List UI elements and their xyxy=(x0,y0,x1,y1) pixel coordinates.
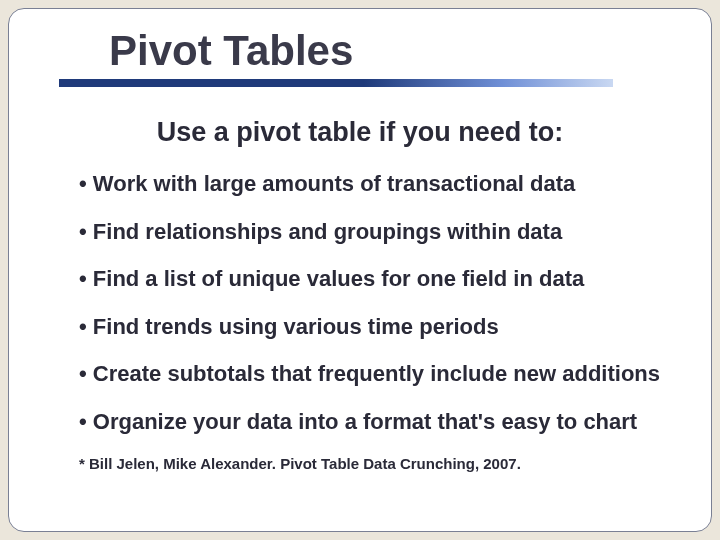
slide-title: Pivot Tables xyxy=(59,27,661,75)
footnote: * Bill Jelen, Mike Alexander. Pivot Tabl… xyxy=(59,455,661,472)
list-item: Organize your data into a format that's … xyxy=(79,408,661,436)
title-underline-bar xyxy=(59,79,613,87)
slide-subtitle: Use a pivot table if you need to: xyxy=(59,117,661,148)
slide-frame: Pivot Tables Use a pivot table if you ne… xyxy=(8,8,712,532)
title-underline xyxy=(59,79,661,89)
bullet-list: Work with large amounts of transactional… xyxy=(59,170,661,435)
slide-content: Pivot Tables Use a pivot table if you ne… xyxy=(9,9,711,492)
list-item: Work with large amounts of transactional… xyxy=(79,170,661,198)
list-item: Find trends using various time periods xyxy=(79,313,661,341)
list-item: Create subtotals that frequently include… xyxy=(79,360,661,388)
list-item: Find relationships and groupings within … xyxy=(79,218,661,246)
list-item: Find a list of unique values for one fie… xyxy=(79,265,661,293)
